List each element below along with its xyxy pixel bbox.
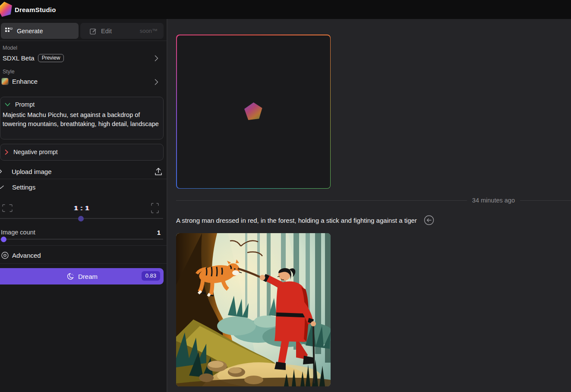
aspect-ratio-slider[interactable]	[0, 218, 163, 219]
dream-button[interactable]: Dream 0.83	[0, 268, 164, 285]
prompt-box[interactable]: Prompt Majestic Machu Picchu, set agains…	[0, 97, 164, 139]
tab-generate-label: Generate	[17, 28, 43, 35]
image-count-value: 1	[157, 229, 161, 236]
tab-generate[interactable]: Generate	[1, 23, 79, 39]
dream-moon-icon	[66, 272, 74, 281]
style-value: Enhance	[12, 78, 38, 85]
upload-image-row[interactable]: Upload image	[0, 164, 167, 179]
app-title: DreamStudio	[15, 6, 56, 13]
negative-prompt-label: Negative prompt	[13, 149, 58, 155]
prompt-header[interactable]: Prompt	[0, 97, 163, 108]
loading-hexagon-icon	[242, 101, 265, 123]
generation-prompt-text: A strong man dressed in red, in the fore…	[176, 217, 417, 224]
settings-label: Settings	[12, 183, 35, 191]
style-chevron-right-icon[interactable]	[155, 79, 158, 85]
settings-chevron-down-icon	[0, 185, 4, 189]
tab-edit[interactable]: Edit soon™	[80, 23, 164, 39]
dream-cost-badge: 0.83	[142, 271, 160, 281]
advanced-label: Advanced	[12, 252, 41, 259]
style-thumbnail	[1, 78, 9, 85]
style-label: Style	[3, 69, 15, 75]
dreamstudio-logo-icon	[0, 1, 13, 18]
image-count-slider[interactable]	[0, 239, 163, 240]
upload-image-label: Upload image	[12, 168, 52, 175]
prompt-input[interactable]: Majestic Machu Picchu, set against a bac…	[0, 108, 163, 129]
prompt-header-label: Prompt	[15, 101, 35, 108]
negative-prompt-box[interactable]: Negative prompt	[0, 144, 164, 161]
main-area: 34 minutes ago A strong man dressed in r…	[167, 19, 571, 392]
edit-pencil-icon	[90, 28, 97, 35]
generating-image-card[interactable]	[176, 35, 331, 189]
generating-image-placeholder	[177, 35, 330, 188]
upload-icon[interactable]	[155, 168, 162, 176]
top-bar: DreamStudio	[0, 0, 571, 19]
advanced-eye-icon	[1, 251, 9, 259]
image-count-row: Image count 1	[0, 228, 167, 237]
style-selector[interactable]: Enhance	[1, 78, 38, 85]
generated-image[interactable]	[176, 233, 331, 386]
history-timestamp: 34 minutes ago	[472, 197, 515, 204]
aspect-portrait-icon[interactable]	[151, 203, 159, 213]
dream-button-label: Dream	[78, 273, 98, 280]
advanced-row[interactable]: Advanced	[0, 249, 167, 261]
generated-image-illustration	[176, 233, 331, 386]
reuse-prompt-arrow-icon[interactable]	[424, 215, 434, 225]
tab-edit-label: Edit	[101, 28, 112, 35]
generate-grid-icon	[5, 28, 13, 34]
settings-row[interactable]: Settings	[0, 180, 167, 193]
model-label: Model	[3, 45, 17, 51]
generation-prompt-row: A strong man dressed in red, in the fore…	[176, 215, 434, 225]
image-count-label: Image count	[1, 229, 35, 236]
history-divider: 34 minutes ago	[176, 197, 571, 204]
aspect-ratio-row: 1 : 1	[0, 199, 167, 217]
model-preview-badge: Preview	[38, 54, 64, 62]
negative-prompt-chevron-right-icon	[5, 149, 9, 155]
model-selector[interactable]: SDXL Beta Preview	[3, 54, 64, 62]
aspect-ratio-value: 1 : 1	[0, 204, 164, 212]
model-value: SDXL Beta	[3, 54, 35, 62]
upload-chevron-right-icon	[0, 168, 2, 175]
negative-prompt-header[interactable]: Negative prompt	[0, 144, 163, 155]
aspect-ratio-slider-thumb[interactable]	[78, 216, 84, 221]
image-count-slider-thumb[interactable]	[1, 237, 6, 242]
model-chevron-right-icon[interactable]	[155, 55, 158, 62]
prompt-chevron-down-icon	[5, 103, 10, 107]
tab-edit-soon-badge: soon™	[140, 28, 158, 34]
sidebar: Generate Edit soon™ Model SDXL Beta Prev…	[0, 19, 167, 392]
